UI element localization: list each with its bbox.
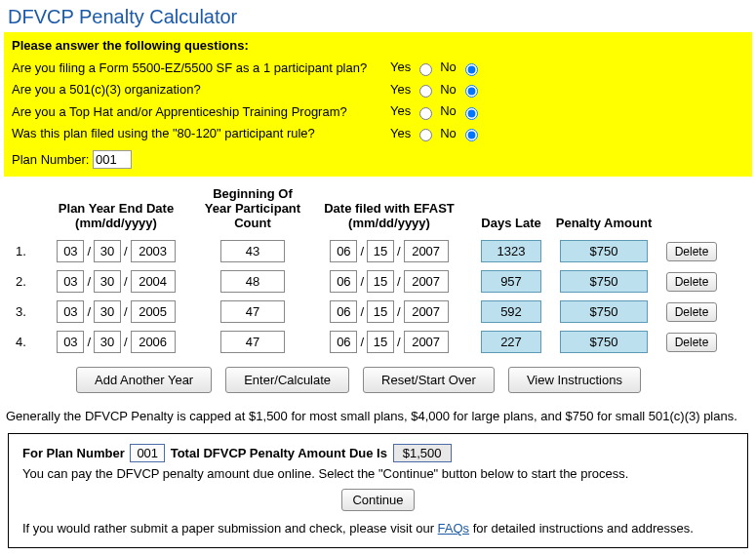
question-row: Are you a 501(c)(3) organization?YesNo bbox=[12, 79, 744, 101]
button-row: Add Another Year Enter/Calculate Reset/S… bbox=[76, 367, 752, 393]
page-title: DFVCP Penalty Calculator bbox=[8, 6, 752, 28]
filed-yyyy-input[interactable] bbox=[404, 240, 449, 262]
summary-pay-text: You can pay the DFVCP penalty amount due… bbox=[22, 466, 734, 481]
col-header-enddate: Plan Year End Date (mm/dd/yyyy) bbox=[33, 201, 199, 230]
slash: / bbox=[124, 335, 128, 349]
delete-button[interactable]: Delete bbox=[666, 242, 718, 261]
end-yyyy-input[interactable] bbox=[131, 240, 176, 262]
end-mm-input[interactable] bbox=[57, 270, 84, 293]
question-row: Are you filing a Form 5500-EZ/5500 SF as… bbox=[12, 57, 744, 79]
slash: / bbox=[360, 304, 364, 319]
col-header-filed: Date filed with EFAST (mm/dd/yyyy) bbox=[306, 201, 472, 230]
no-radio[interactable] bbox=[465, 107, 478, 120]
no-label: No bbox=[440, 126, 457, 140]
plan-number-input[interactable] bbox=[93, 150, 132, 169]
filed-mm-input[interactable] bbox=[330, 331, 357, 353]
end-dd-input[interactable] bbox=[94, 270, 121, 293]
question-text: Was this plan filed using the "80-120" p… bbox=[12, 126, 390, 140]
reset-button[interactable]: Reset/Start Over bbox=[363, 367, 495, 393]
summary-total-label: Total DFVCP Penalty Amount Due Is bbox=[171, 446, 387, 460]
table-headers: Plan Year End Date (mm/dd/yyyy) Beginnin… bbox=[4, 186, 752, 236]
cap-note: Generally the DFVCP Penalty is capped at… bbox=[6, 409, 750, 423]
no-radio[interactable] bbox=[465, 85, 478, 98]
plan-number-row: Plan Number: bbox=[12, 150, 744, 169]
count-input[interactable] bbox=[220, 300, 285, 323]
slash: / bbox=[124, 274, 128, 289]
slash: / bbox=[397, 244, 401, 258]
slash: / bbox=[124, 244, 128, 258]
question-text: Are you a Top Hat and/or Apprenticeship … bbox=[12, 104, 390, 119]
no-radio[interactable] bbox=[465, 129, 478, 141]
penalty-amount: $750 bbox=[560, 300, 648, 323]
filed-yyyy-input[interactable] bbox=[404, 270, 449, 293]
filed-yyyy-input[interactable] bbox=[404, 300, 449, 323]
filed-dd-input[interactable] bbox=[367, 270, 394, 293]
no-label: No bbox=[440, 103, 457, 118]
count-input[interactable] bbox=[220, 240, 285, 262]
slash: / bbox=[397, 274, 401, 289]
yes-radio[interactable] bbox=[419, 63, 432, 76]
end-yyyy-input[interactable] bbox=[131, 270, 176, 293]
end-yyyy-input[interactable] bbox=[131, 331, 176, 353]
end-yyyy-input[interactable] bbox=[131, 300, 176, 323]
col-header-count: Beginning Of Year Participant Count bbox=[199, 186, 306, 230]
end-mm-input[interactable] bbox=[57, 331, 84, 353]
delete-button[interactable]: Delete bbox=[666, 272, 718, 292]
penalty-amount: $750 bbox=[560, 270, 648, 293]
yes-radio[interactable] bbox=[419, 85, 432, 98]
summary-panel: For Plan Number 001 Total DFVCP Penalty … bbox=[8, 433, 748, 548]
add-year-button[interactable]: Add Another Year bbox=[76, 367, 212, 393]
slash: / bbox=[87, 304, 91, 319]
end-dd-input[interactable] bbox=[94, 331, 121, 353]
filed-dd-input[interactable] bbox=[367, 331, 394, 353]
yes-radio[interactable] bbox=[419, 129, 432, 141]
end-mm-input[interactable] bbox=[57, 240, 84, 262]
slash: / bbox=[360, 274, 364, 289]
paper-post: for detailed instructions and addresses. bbox=[469, 521, 694, 536]
slash: / bbox=[87, 244, 91, 258]
row-index: 2. bbox=[4, 274, 33, 289]
table-row: 3.////592$750Delete bbox=[4, 297, 752, 327]
filed-mm-input[interactable] bbox=[330, 270, 357, 293]
filed-mm-input[interactable] bbox=[330, 300, 357, 323]
slash: / bbox=[87, 274, 91, 289]
count-input[interactable] bbox=[220, 270, 285, 293]
paper-pre: If you would rather submit a paper submi… bbox=[22, 521, 438, 536]
filed-mm-input[interactable] bbox=[330, 240, 357, 262]
table-row: 2.////957$750Delete bbox=[4, 266, 752, 297]
row-index: 4. bbox=[4, 335, 33, 349]
no-radio[interactable] bbox=[465, 63, 478, 76]
count-input[interactable] bbox=[220, 331, 285, 353]
calculate-button[interactable]: Enter/Calculate bbox=[225, 367, 349, 393]
days-late: 592 bbox=[481, 300, 541, 323]
yes-radio[interactable] bbox=[419, 107, 432, 120]
questions-header: Please answer the following questions: bbox=[12, 38, 744, 53]
end-mm-input[interactable] bbox=[57, 300, 84, 323]
summary-plan-number: 001 bbox=[130, 444, 165, 462]
question-row: Was this plan filed using the "80-120" p… bbox=[12, 123, 744, 145]
filed-yyyy-input[interactable] bbox=[404, 331, 449, 353]
delete-button[interactable]: Delete bbox=[666, 302, 718, 322]
filed-dd-input[interactable] bbox=[367, 300, 394, 323]
end-dd-input[interactable] bbox=[94, 240, 121, 262]
yes-label: Yes bbox=[390, 103, 411, 118]
faqs-link[interactable]: FAQs bbox=[438, 521, 470, 536]
continue-button[interactable]: Continue bbox=[341, 489, 414, 511]
instructions-button[interactable]: View Instructions bbox=[508, 367, 641, 393]
slash: / bbox=[360, 244, 364, 258]
end-dd-input[interactable] bbox=[94, 300, 121, 323]
slash: / bbox=[360, 335, 364, 349]
question-text: Are you filing a Form 5500-EZ/5500 SF as… bbox=[12, 60, 390, 75]
table-area: Plan Year End Date (mm/dd/yyyy) Beginnin… bbox=[4, 186, 752, 393]
penalty-amount: $750 bbox=[560, 240, 648, 262]
summary-total-amount: $1,500 bbox=[393, 444, 452, 462]
slash: / bbox=[397, 335, 401, 349]
table-row: 4.////227$750Delete bbox=[4, 327, 752, 357]
delete-button[interactable]: Delete bbox=[666, 333, 718, 352]
yes-label: Yes bbox=[390, 82, 411, 97]
filed-dd-input[interactable] bbox=[367, 240, 394, 262]
row-index: 3. bbox=[4, 304, 33, 319]
col-header-penalty: Penalty Amount bbox=[550, 216, 657, 230]
slash: / bbox=[124, 304, 128, 319]
question-text: Are you a 501(c)(3) organization? bbox=[12, 82, 390, 97]
